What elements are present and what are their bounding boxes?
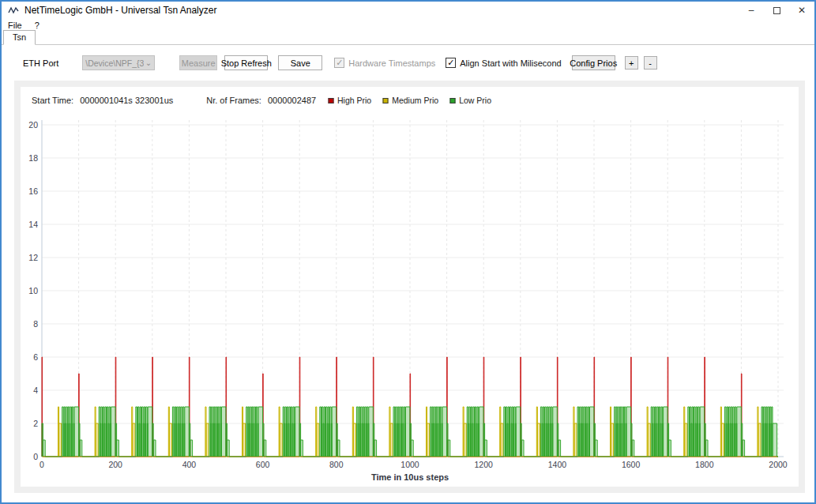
start-time-label: Start Time:	[32, 96, 73, 105]
chart-header: Start Time: 0000001041s 323001us Nr. of …	[21, 87, 799, 114]
tab-bar: Tsn	[2, 31, 814, 45]
svg-text:1200: 1200	[475, 460, 494, 469]
svg-text:0: 0	[33, 452, 38, 461]
app-waveform-icon	[8, 6, 19, 15]
checkbox-check-icon: ✓	[446, 58, 456, 68]
eth-port-select: \Device\NPF_{303C ⌄	[82, 55, 155, 70]
measure-button: Measure	[179, 55, 217, 70]
legend-label-medium: Medium Prio	[392, 96, 438, 105]
svg-text:18: 18	[28, 153, 38, 163]
toolbar: ETH Port \Device\NPF_{303C ⌄ Measure Sto…	[2, 45, 814, 81]
window-controls: – ✕	[739, 2, 814, 19]
maximize-icon[interactable]	[764, 2, 789, 19]
save-button[interactable]: Save	[278, 55, 322, 70]
window-title: NetTimeLogic GmbH - Universal Tsn Analyz…	[24, 5, 216, 16]
svg-text:200: 200	[108, 460, 122, 469]
svg-text:6: 6	[33, 352, 38, 362]
app-window: NetTimeLogic GmbH - Universal Tsn Analyz…	[0, 0, 816, 504]
eth-port-value: \Device\NPF_{303C	[85, 58, 144, 68]
legend-item-low: Low Prio	[449, 96, 491, 105]
menu-bar: File ?	[2, 19, 814, 31]
config-prios-button[interactable]: Config Prios	[572, 55, 615, 70]
hardware-timestamps-checkbox: ✓ Hardware Timestamps	[334, 58, 435, 68]
maximize-box	[773, 7, 780, 14]
svg-text:2000: 2000	[769, 460, 788, 469]
svg-text:1600: 1600	[622, 460, 641, 469]
align-start-label: Align Start with Milisecond	[460, 58, 561, 68]
svg-text:0: 0	[39, 460, 44, 469]
menu-file[interactable]: File	[2, 21, 28, 30]
svg-text:12: 12	[28, 253, 38, 262]
low-prio-swatch-icon	[449, 98, 455, 103]
svg-text:4: 4	[33, 386, 38, 395]
svg-text:16: 16	[28, 186, 38, 196]
svg-text:1000: 1000	[400, 460, 419, 469]
eth-port-label: ETH Port	[23, 58, 58, 68]
checkbox-check-icon: ✓	[334, 58, 344, 68]
legend-item-high: High Prio	[328, 96, 371, 105]
svg-text:10: 10	[28, 286, 38, 295]
svg-text:14: 14	[28, 220, 38, 229]
svg-text:1800: 1800	[695, 460, 714, 469]
stop-refresh-button[interactable]: Stop Refresh	[224, 55, 268, 70]
menu-help[interactable]: ?	[28, 21, 46, 30]
minimize-icon[interactable]: –	[739, 2, 764, 19]
svg-text:600: 600	[256, 460, 270, 469]
legend-item-medium: Medium Prio	[382, 96, 438, 105]
svg-text:20: 20	[28, 120, 38, 130]
legend-label-high: High Prio	[337, 96, 371, 105]
chevron-down-icon: ⌄	[145, 58, 152, 67]
frames-value: 0000002487	[268, 96, 316, 105]
zoom-out-button[interactable]: -	[644, 56, 657, 70]
tab-tsn[interactable]: Tsn	[3, 30, 36, 45]
start-time-value: 0000001041s 323001us	[80, 96, 173, 105]
title-bar: NetTimeLogic GmbH - Universal Tsn Analyz…	[2, 2, 814, 19]
svg-text:2: 2	[33, 419, 38, 428]
zoom-in-button[interactable]: +	[625, 56, 638, 70]
close-icon[interactable]: ✕	[789, 2, 814, 19]
svg-text:400: 400	[182, 460, 197, 469]
svg-text:1400: 1400	[548, 460, 567, 469]
tsn-priority-chart: 0246810121416182002004006008001000120014…	[21, 114, 798, 485]
chart-panel: Start Time: 0000001041s 323001us Nr. of …	[14, 81, 805, 493]
legend-label-low: Low Prio	[459, 96, 491, 105]
high-prio-swatch-icon	[328, 98, 333, 103]
svg-text:800: 800	[329, 460, 344, 469]
medium-prio-swatch-icon	[382, 98, 388, 103]
chart-area: Start Time: 0000001041s 323001us Nr. of …	[21, 87, 799, 487]
hardware-timestamps-label: Hardware Timestamps	[348, 58, 435, 68]
svg-text:8: 8	[33, 319, 38, 329]
align-start-checkbox[interactable]: ✓ Align Start with Milisecond	[446, 58, 561, 68]
chart-legend: High Prio Medium Prio Low Prio	[328, 87, 491, 114]
svg-text:Time in 10us steps: Time in 10us steps	[371, 472, 449, 482]
frames-label: Nr. of Frames:	[206, 96, 261, 105]
